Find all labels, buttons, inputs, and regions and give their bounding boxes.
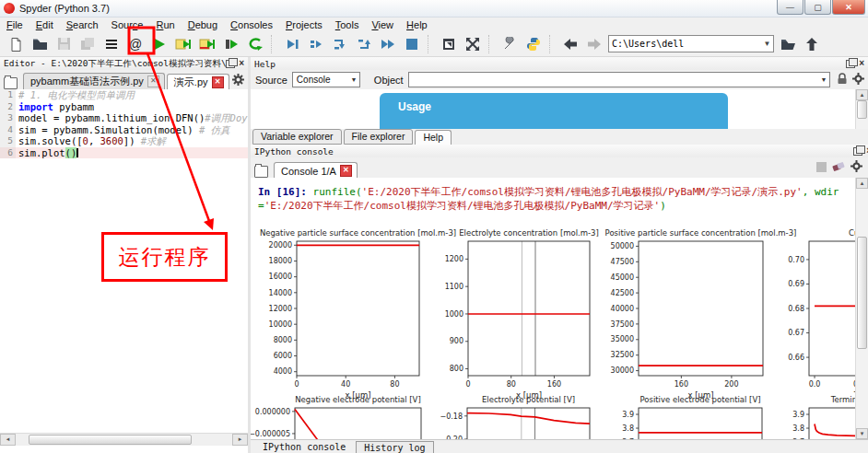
tools-icon[interactable] (499, 34, 520, 54)
tab-file-explorer[interactable]: File explorer (344, 129, 414, 145)
line-number: 6 (0, 147, 16, 159)
close-tab-icon[interactable]: ✕ (147, 76, 159, 87)
svg-text:35000: 35000 (611, 335, 634, 343)
menu-item-view[interactable]: View (371, 19, 393, 30)
back-icon[interactable] (560, 34, 581, 54)
menu-item-consoles[interactable]: Consoles (230, 19, 273, 30)
menu-item-projects[interactable]: Projects (286, 19, 323, 30)
rerun-cell-icon[interactable] (221, 34, 241, 54)
save-all-icon[interactable] (77, 34, 98, 54)
editor-hscrollbar[interactable]: ◂ ▸ (0, 433, 248, 446)
step-return-icon[interactable] (354, 34, 374, 54)
browse-tabs-icon[interactable] (4, 77, 18, 89)
step-icon[interactable] (306, 34, 326, 54)
run-cell-icon[interactable] (173, 34, 194, 54)
code-line[interactable]: 5sim.solve([0, 3600]) #求解 (0, 135, 248, 147)
chevron-down-icon: ▼ (348, 76, 359, 83)
tab-label: pybamm基础语法示例.py (30, 75, 144, 88)
tab-variable-explorer[interactable]: Variable explorer (252, 129, 342, 145)
help-content: Usage ▴ (251, 89, 868, 129)
continue-icon[interactable] (378, 34, 398, 54)
browse-directory-icon[interactable] (778, 34, 798, 54)
browse-tabs-icon[interactable] (254, 166, 268, 178)
tab-console-1a[interactable]: Console 1/A ✕ (274, 162, 358, 179)
menu-item-help[interactable]: Help (406, 19, 428, 30)
console-options-gear-icon[interactable] (850, 160, 862, 174)
chevron-down-icon[interactable]: ▼ (761, 40, 773, 48)
code-line[interactable]: 4sim = pybamm.Simulation(model) # 仿真 (0, 124, 248, 136)
source-combo[interactable]: Console ▼ (292, 72, 360, 87)
forward-icon[interactable] (584, 34, 604, 54)
code-line[interactable]: 6sim.plot() (0, 147, 248, 159)
scroll-right-icon[interactable]: ▸ (232, 434, 248, 446)
menu-item-debug[interactable]: Debug (188, 19, 217, 30)
close-pane-icon[interactable]: × (859, 60, 864, 67)
working-directory-combo[interactable]: ▼ (608, 35, 774, 52)
help-header-title: Help (254, 59, 846, 69)
help-vscrollbar[interactable]: ▴ (855, 89, 868, 129)
console-vscrollbar[interactable]: ▴ ▾ (855, 178, 868, 439)
clear-console-icon[interactable] (832, 161, 845, 174)
scrollbar-thumb[interactable] (857, 100, 867, 119)
editor-options-gear-icon[interactable] (232, 74, 244, 87)
scrollbar-thumb[interactable] (857, 237, 867, 349)
interrupt-kernel-icon[interactable] (816, 162, 827, 174)
menu-item-source[interactable]: Source (111, 19, 144, 30)
undock-pane-icon[interactable] (853, 147, 862, 156)
close-tab-icon[interactable]: ✕ (340, 165, 352, 177)
scroll-up-icon[interactable]: ▴ (856, 89, 868, 100)
tab-demo[interactable]: 演示.py ✕ (167, 74, 229, 90)
run-cell-advance-icon[interactable] (197, 34, 217, 54)
code-line[interactable]: 2import pybamm (0, 101, 248, 113)
toolbar-separator (549, 35, 555, 53)
object-combo[interactable]: ▼ (408, 72, 830, 87)
menu-item-run[interactable]: Run (156, 19, 174, 30)
menu-item-file[interactable]: File (6, 19, 23, 30)
scroll-left-icon[interactable]: ◂ (0, 434, 16, 446)
close-tab-icon[interactable]: ✕ (212, 76, 224, 88)
svg-text:3.9: 3.9 (622, 411, 634, 419)
tab-history-log[interactable]: History log (356, 441, 433, 453)
debug-file-icon[interactable] (282, 34, 302, 54)
scroll-up-icon[interactable]: ▴ (856, 178, 868, 189)
undock-pane-icon[interactable] (226, 60, 235, 68)
step-into-icon[interactable] (330, 34, 350, 54)
close-pane-icon[interactable]: × (239, 60, 244, 67)
scroll-down-icon[interactable]: ▾ (856, 428, 868, 439)
minimize-button[interactable]: — (777, 0, 803, 15)
stop-debug-icon[interactable] (402, 34, 422, 54)
code-line[interactable]: 3model = pybamm.lithium_ion.DFN()#调用Doyl… (0, 112, 248, 124)
open-file-icon[interactable] (29, 34, 50, 54)
svg-text:900: 900 (450, 337, 463, 345)
code-line[interactable]: 1# 1. 电化学模型简单调用 (0, 89, 248, 101)
parent-directory-icon[interactable] (802, 34, 822, 54)
new-file-icon[interactable] (6, 34, 26, 54)
tab-pybamm-basics[interactable]: pybamm基础语法示例.py ✕ (23, 73, 165, 89)
fullscreen-icon[interactable] (463, 34, 483, 54)
menu-item-edit[interactable]: Edit (36, 19, 53, 30)
spyder-logo-icon (4, 3, 15, 14)
code-text: sim = pybamm.Simulation(model) # 仿真 (16, 124, 230, 136)
lock-icon[interactable] (837, 73, 848, 87)
svg-text:6000: 6000 (274, 352, 292, 360)
save-icon[interactable] (53, 34, 74, 54)
undock-pane-icon[interactable] (846, 60, 855, 68)
tab-help[interactable]: Help (415, 130, 452, 145)
maximize-button[interactable]: ▢ (804, 0, 831, 15)
svg-text:0.67: 0.67 (788, 329, 804, 337)
maximize-pane-icon[interactable] (439, 34, 459, 54)
find-symbols-icon[interactable]: @ (125, 34, 146, 54)
run-selection-icon[interactable] (245, 34, 265, 54)
python-logo-icon[interactable] (523, 34, 544, 54)
menu-item-search[interactable]: Search (66, 19, 99, 30)
tab-ipython-console[interactable]: IPython console (254, 440, 354, 453)
svg-text:1000: 1000 (445, 310, 463, 319)
file-switcher-icon[interactable] (101, 34, 122, 54)
menu-item-tools[interactable]: Tools (335, 19, 359, 30)
scrollbar-thumb[interactable] (29, 435, 192, 445)
close-button[interactable]: ✕ (832, 0, 865, 15)
run-file-icon[interactable] (149, 34, 170, 54)
console-output[interactable]: Negative particle surface concentration … (251, 178, 868, 439)
working-directory-input[interactable] (609, 38, 761, 51)
help-options-gear-icon[interactable] (852, 73, 864, 87)
